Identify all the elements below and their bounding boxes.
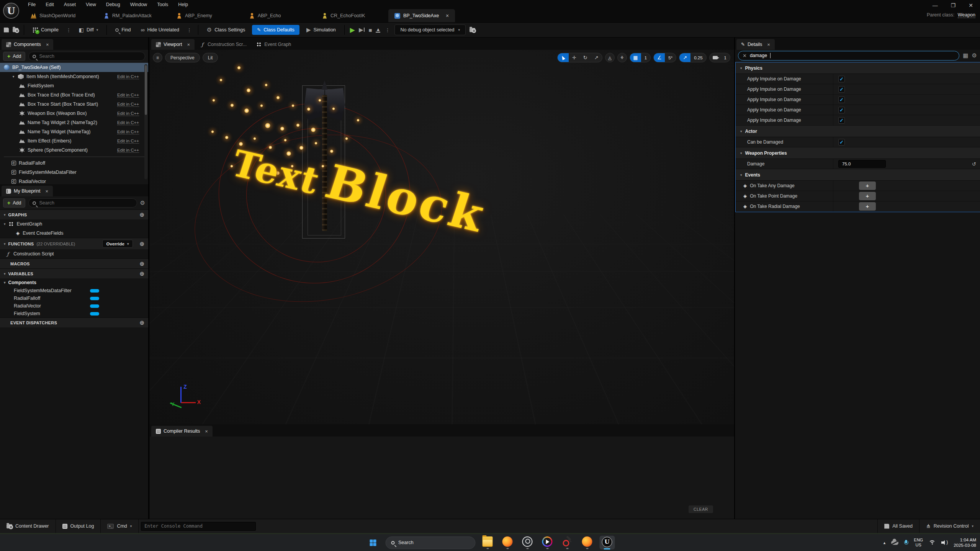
checkbox[interactable]: ✓ xyxy=(838,96,845,103)
tab-my-blueprint[interactable]: My Blueprint × xyxy=(2,186,53,196)
clock[interactable]: 1:04 AM2025-03-08 xyxy=(954,537,976,548)
menu-tools[interactable]: Tools xyxy=(153,1,172,8)
start-button[interactable] xyxy=(365,540,381,546)
revert-to-default-icon[interactable]: ↺ xyxy=(972,161,976,167)
asset-tab-slashopenworld[interactable]: SlashOpenWorld xyxy=(25,9,97,22)
component-row-weapon-box-weapon-box[interactable]: Weapon Box (Weapon Box)Edit in C++ xyxy=(0,109,148,118)
macros-section-header[interactable]: MACROS ⊕ xyxy=(0,258,148,268)
details-search-input[interactable]: ✕ damage xyxy=(738,51,959,60)
add-function-icon[interactable]: ⊕ xyxy=(139,240,144,247)
override-dropdown[interactable]: Override▾ xyxy=(102,240,133,248)
rotate-tool-button[interactable]: ↻ xyxy=(580,53,591,62)
select-tool-button[interactable] xyxy=(558,53,569,62)
taskbar-app-media-player[interactable] xyxy=(540,536,555,549)
wifi-icon[interactable] xyxy=(929,540,936,545)
taskbar-app-file-explorer[interactable] xyxy=(480,536,495,549)
all-saved-button[interactable]: All Saved xyxy=(877,519,919,533)
asset-tab-bp-twosideaxe[interactable]: BP_TwoSideAxe× xyxy=(388,9,455,22)
edit-in-cpp-link[interactable]: Edit in C++ xyxy=(117,93,139,98)
grid-snap-toggle-button[interactable]: ▦ xyxy=(630,53,641,62)
edit-in-cpp-link[interactable]: Edit in C++ xyxy=(117,148,139,153)
checkbox[interactable]: ✓ xyxy=(838,117,845,124)
add-graph-icon[interactable]: ⊕ xyxy=(139,211,144,218)
taskbar-app-firefox[interactable] xyxy=(500,536,515,549)
volume-icon[interactable]: ) xyxy=(941,540,948,545)
functions-section-header[interactable]: ▾ FUNCTIONS (22 OVERRIDABLE) Override▾ ⊕ xyxy=(0,238,148,249)
add-event-dispatcher-icon[interactable]: ⊕ xyxy=(139,319,144,326)
variable-type-pill[interactable] xyxy=(90,304,99,308)
close-icon[interactable]: ✕ xyxy=(969,2,973,8)
asset-tab-cr-echofootik[interactable]: CR_EchoFootIK xyxy=(316,9,388,22)
compile-button[interactable]: Compile xyxy=(29,25,62,35)
menu-help[interactable]: Help xyxy=(174,1,192,8)
hide-unrelated-options-icon[interactable]: ⋮ xyxy=(186,27,193,33)
variables-category-components[interactable]: ▾ Components xyxy=(0,278,148,287)
event-create-fields-row[interactable]: ◈ Event CreateFields xyxy=(0,229,148,238)
minimize-icon[interactable]: — xyxy=(933,2,938,8)
clear-search-icon[interactable]: ✕ xyxy=(743,53,747,59)
perspective-dropdown[interactable]: Perspective xyxy=(165,53,200,62)
hide-unrelated-button[interactable]: ∞ Hide Unrelated xyxy=(137,25,182,35)
microphone-icon[interactable] xyxy=(904,540,908,546)
cmd-dropdown[interactable]: >_ Cmd▾ xyxy=(101,519,139,533)
camera-speed-value[interactable]: 1 xyxy=(721,53,730,62)
output-log-button[interactable]: Output Log xyxy=(56,519,101,533)
variable-row-fieldsystemmetadatafilter[interactable]: FieldSystemMetaDataFilter xyxy=(0,287,148,294)
menu-file[interactable]: File xyxy=(24,1,40,8)
checkbox[interactable]: ✓ xyxy=(838,139,845,146)
tab-event-graph[interactable]: Event Graph xyxy=(252,39,296,50)
taskbar-search[interactable]: Search xyxy=(385,536,475,549)
variable-type-pill[interactable] xyxy=(90,312,99,316)
checkbox[interactable]: ✓ xyxy=(838,76,845,82)
menu-edit[interactable]: Edit xyxy=(41,1,58,8)
play-button[interactable]: ▶ xyxy=(350,26,355,34)
event-graph-row[interactable]: ▾ EventGraph xyxy=(0,219,148,229)
onedrive-icon[interactable] xyxy=(891,541,898,545)
browse-to-asset-icon[interactable] xyxy=(13,28,18,32)
find-button[interactable]: Find xyxy=(112,25,134,34)
section-header-weapon-properties[interactable]: ▾Weapon Properties xyxy=(736,147,980,159)
menu-asset[interactable]: Asset xyxy=(60,1,80,8)
menu-debug[interactable]: Debug xyxy=(102,1,124,8)
variables-section-header[interactable]: ▾ VARIABLES ⊕ xyxy=(0,268,148,278)
value-field[interactable]: 75.0 xyxy=(838,160,886,168)
my-blueprint-search-input[interactable]: Search xyxy=(28,198,137,208)
display-filter-icon[interactable]: ▦ xyxy=(963,52,968,59)
menu-window[interactable]: Window xyxy=(126,1,151,8)
component-row-radialvector[interactable]: CRadialVector xyxy=(0,177,148,184)
scale-tool-button[interactable]: ↗ xyxy=(591,53,602,62)
component-row-fieldsystemmetadatafilter[interactable]: CFieldSystemMetaDataFilter xyxy=(0,168,148,177)
variable-row-radialvector[interactable]: RadialVector xyxy=(0,302,148,310)
checkbox[interactable]: ✓ xyxy=(838,86,845,93)
taskbar-app-unreal-engine[interactable]: U xyxy=(599,536,615,549)
component-row-fieldsystem[interactable]: FieldSystem xyxy=(0,81,148,90)
variable-row-fieldsystem[interactable]: FieldSystem xyxy=(0,310,148,317)
stop-button[interactable]: ■ xyxy=(368,27,372,33)
angle-snap-value[interactable]: 5° xyxy=(665,53,676,62)
add-variable-icon[interactable]: ⊕ xyxy=(139,270,144,277)
edit-in-cpp-link[interactable]: Edit in C++ xyxy=(117,139,139,144)
taskbar-app-key-app[interactable] xyxy=(560,536,575,549)
tab-construction-scr[interactable]: ƒConstruction Scr... xyxy=(195,39,251,50)
close-icon[interactable]: × xyxy=(767,42,770,47)
menu-view[interactable]: View xyxy=(82,1,100,8)
component-row-box-trace-start-box-trace-start[interactable]: Box Trace Start (Box Trace Start)Edit in… xyxy=(0,100,148,109)
save-icon[interactable] xyxy=(4,28,9,33)
asset-tab-rm-paladinattack[interactable]: RM_PaladinAttack xyxy=(97,9,170,22)
component-row-item-effect-embers[interactable]: Item Effect (Embers)Edit in C++ xyxy=(0,136,148,146)
details-settings-icon[interactable]: ⚙ xyxy=(972,52,977,59)
revision-control-dropdown[interactable]: ⋔ Revision Control▾ xyxy=(919,519,980,533)
expander-arrow-icon[interactable]: ▾ xyxy=(11,75,15,78)
add-event-button[interactable]: + xyxy=(859,192,876,200)
edit-in-cpp-link[interactable]: Edit in C++ xyxy=(117,74,139,79)
components-scrollbar[interactable] xyxy=(144,64,147,179)
section-header-physics[interactable]: ▾Physics xyxy=(736,62,980,74)
component-row-box-trace-end-box-trace-end[interactable]: Box Trace End (Box Trace End)Edit in C++ xyxy=(0,90,148,100)
taskbar-app-firefox-2[interactable] xyxy=(579,536,595,549)
maximize-icon[interactable]: ❐ xyxy=(951,2,956,8)
grid-snap-value[interactable]: 1 xyxy=(641,53,650,62)
checkbox[interactable]: ✓ xyxy=(838,107,845,113)
edit-in-cpp-link[interactable]: Edit in C++ xyxy=(117,111,139,116)
diff-button[interactable]: ◧ Diff▾ xyxy=(76,25,101,35)
compile-options-icon[interactable]: ⋮ xyxy=(65,27,72,33)
